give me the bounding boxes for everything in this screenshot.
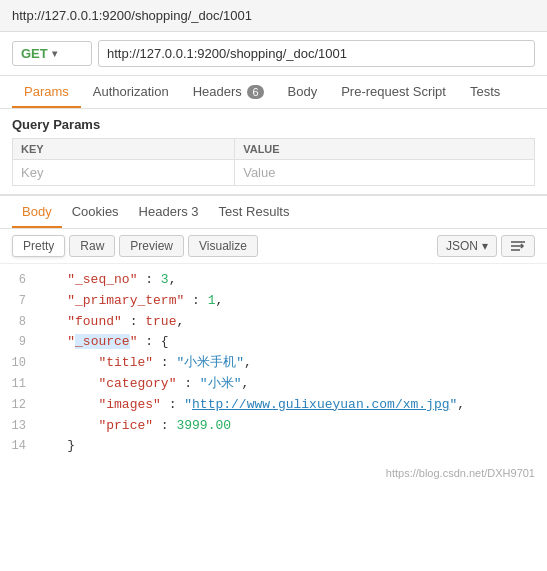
- top-url-text: http://127.0.0.1:9200/shopping/_doc/1001: [12, 8, 252, 23]
- query-params-section: Query Params KEY VALUE Key Value: [0, 109, 547, 195]
- method-select[interactable]: GET ▾: [12, 41, 92, 66]
- line-number: 12: [0, 396, 36, 415]
- format-preview-button[interactable]: Preview: [119, 235, 184, 257]
- json-line-6: 6 "_seq_no" : 3,: [0, 270, 547, 291]
- line-number: 10: [0, 354, 36, 373]
- line-content: "price" : 3999.00: [36, 416, 547, 437]
- response-section: Body Cookies Headers 3 Test Results Pret…: [0, 195, 547, 483]
- line-number: 13: [0, 417, 36, 436]
- line-content: "category" : "小米",: [36, 374, 547, 395]
- json-area: 6 "_seq_no" : 3, 7 "_primary_term" : 1, …: [0, 264, 547, 463]
- watermark: https://blog.csdn.net/DXH9701: [0, 463, 547, 483]
- format-bar: Pretty Raw Preview Visualize JSON ▾: [0, 229, 547, 264]
- tab-authorization[interactable]: Authorization: [81, 76, 181, 108]
- json-line-7: 7 "_primary_term" : 1,: [0, 291, 547, 312]
- line-content: "_source" : {: [36, 332, 547, 353]
- params-table: KEY VALUE Key Value: [12, 138, 535, 186]
- response-tabs: Body Cookies Headers 3 Test Results: [0, 196, 547, 229]
- line-number: 11: [0, 375, 36, 394]
- url-input[interactable]: [98, 40, 535, 67]
- format-visualize-button[interactable]: Visualize: [188, 235, 258, 257]
- line-number: 9: [0, 333, 36, 352]
- line-content: "found" : true,: [36, 312, 547, 333]
- tab-body[interactable]: Body: [276, 76, 330, 108]
- json-format-label: JSON: [446, 239, 478, 253]
- method-label: GET: [21, 46, 48, 61]
- response-tab-headers[interactable]: Headers 3: [129, 196, 209, 228]
- request-tabs: Params Authorization Headers 6 Body Pre-…: [0, 76, 547, 109]
- request-bar: GET ▾: [0, 32, 547, 76]
- chevron-down-icon: ▾: [482, 239, 488, 253]
- col-value: VALUE: [235, 139, 535, 160]
- tab-tests[interactable]: Tests: [458, 76, 512, 108]
- json-line-11: 11 "category" : "小米",: [0, 374, 547, 395]
- response-tab-body[interactable]: Body: [12, 196, 62, 228]
- table-row: Key Value: [13, 160, 535, 186]
- line-content: "_seq_no" : 3,: [36, 270, 547, 291]
- json-line-14: 14 }: [0, 436, 547, 457]
- value-cell[interactable]: Value: [235, 160, 535, 186]
- line-number: 7: [0, 292, 36, 311]
- line-content: "_primary_term" : 1,: [36, 291, 547, 312]
- line-number: 6: [0, 271, 36, 290]
- line-content: "title" : "小米手机",: [36, 353, 547, 374]
- chevron-down-icon: ▾: [52, 48, 57, 59]
- query-params-title: Query Params: [12, 117, 535, 132]
- key-cell[interactable]: Key: [13, 160, 235, 186]
- line-content: "images" : "http://www.gulixueyuan.com/x…: [36, 395, 547, 416]
- json-line-8: 8 "found" : true,: [0, 312, 547, 333]
- top-url-bar: http://127.0.0.1:9200/shopping/_doc/1001: [0, 0, 547, 32]
- line-content: }: [36, 436, 547, 457]
- line-number: 8: [0, 313, 36, 332]
- json-line-13: 13 "price" : 3999.00: [0, 416, 547, 437]
- tab-headers[interactable]: Headers 6: [181, 76, 276, 108]
- response-tab-cookies[interactable]: Cookies: [62, 196, 129, 228]
- format-raw-button[interactable]: Raw: [69, 235, 115, 257]
- json-line-12: 12 "images" : "http://www.gulixueyuan.co…: [0, 395, 547, 416]
- json-line-9: 9 "_source" : {: [0, 332, 547, 353]
- format-pretty-button[interactable]: Pretty: [12, 235, 65, 257]
- tab-params[interactable]: Params: [12, 76, 81, 108]
- wrap-icon[interactable]: [501, 235, 535, 257]
- json-line-10: 10 "title" : "小米手机",: [0, 353, 547, 374]
- tab-prerequest[interactable]: Pre-request Script: [329, 76, 458, 108]
- col-key: KEY: [13, 139, 235, 160]
- json-format-dropdown[interactable]: JSON ▾: [437, 235, 497, 257]
- line-number: 14: [0, 437, 36, 456]
- response-tab-testresults[interactable]: Test Results: [209, 196, 300, 228]
